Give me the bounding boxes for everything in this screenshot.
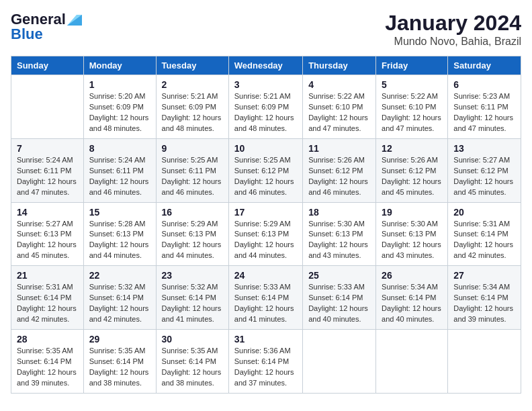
calendar-cell — [448, 330, 521, 394]
day-number: 18 — [308, 207, 370, 218]
day-number: 26 — [382, 270, 442, 281]
calendar-cell: 14Sunrise: 5:27 AMSunset: 6:13 PMDayligh… — [11, 202, 84, 266]
calendar-cell: 3Sunrise: 5:21 AMSunset: 6:09 PMDaylight… — [228, 75, 302, 139]
calendar-cell: 18Sunrise: 5:30 AMSunset: 6:13 PMDayligh… — [303, 202, 376, 266]
calendar-cell: 24Sunrise: 5:33 AMSunset: 6:14 PMDayligh… — [228, 266, 302, 330]
day-info: Sunrise: 5:21 AMSunset: 6:09 PMDaylight:… — [162, 91, 223, 134]
svg-marker-1 — [67, 15, 82, 26]
day-number: 4 — [308, 79, 370, 90]
day-info: Sunrise: 5:26 AMSunset: 6:12 PMDaylight:… — [308, 155, 370, 198]
day-number: 10 — [234, 143, 297, 154]
day-info: Sunrise: 5:26 AMSunset: 6:12 PMDaylight:… — [382, 155, 442, 198]
location-subtitle: Mundo Novo, Bahia, Brazil — [385, 36, 521, 48]
calendar-cell: 27Sunrise: 5:34 AMSunset: 6:14 PMDayligh… — [448, 266, 521, 330]
day-number: 29 — [89, 334, 150, 345]
calendar-week-row: 7Sunrise: 5:24 AMSunset: 6:11 PMDaylight… — [11, 138, 521, 202]
day-number: 24 — [234, 270, 297, 281]
day-number: 21 — [17, 270, 78, 281]
calendar-cell: 15Sunrise: 5:28 AMSunset: 6:13 PMDayligh… — [83, 202, 156, 266]
day-number: 17 — [234, 207, 297, 218]
day-number: 30 — [162, 334, 223, 345]
calendar-cell: 17Sunrise: 5:29 AMSunset: 6:13 PMDayligh… — [228, 202, 302, 266]
calendar-cell: 28Sunrise: 5:35 AMSunset: 6:14 PMDayligh… — [11, 330, 84, 394]
day-info: Sunrise: 5:32 AMSunset: 6:14 PMDaylight:… — [162, 282, 223, 325]
calendar-day-header: Thursday — [303, 56, 376, 75]
day-info: Sunrise: 5:22 AMSunset: 6:10 PMDaylight:… — [308, 91, 370, 134]
day-number: 31 — [234, 334, 297, 345]
logo-blue: Blue — [11, 26, 43, 43]
calendar-cell: 2Sunrise: 5:21 AMSunset: 6:09 PMDaylight… — [156, 75, 228, 139]
calendar-day-header: Monday — [83, 56, 156, 75]
calendar-week-row: 21Sunrise: 5:31 AMSunset: 6:14 PMDayligh… — [11, 266, 521, 330]
day-number: 5 — [382, 79, 442, 90]
calendar-week-row: 28Sunrise: 5:35 AMSunset: 6:14 PMDayligh… — [11, 330, 521, 394]
calendar-cell — [11, 75, 84, 139]
day-info: Sunrise: 5:33 AMSunset: 6:14 PMDaylight:… — [308, 282, 370, 325]
day-number: 25 — [308, 270, 370, 281]
calendar-day-header: Saturday — [448, 56, 521, 75]
day-info: Sunrise: 5:35 AMSunset: 6:14 PMDaylight:… — [162, 346, 223, 389]
calendar-day-header: Friday — [376, 56, 448, 75]
calendar-cell: 16Sunrise: 5:29 AMSunset: 6:13 PMDayligh… — [156, 202, 228, 266]
calendar-cell: 25Sunrise: 5:33 AMSunset: 6:14 PMDayligh… — [303, 266, 376, 330]
calendar-cell: 23Sunrise: 5:32 AMSunset: 6:14 PMDayligh… — [156, 266, 228, 330]
calendar-cell: 13Sunrise: 5:27 AMSunset: 6:12 PMDayligh… — [448, 138, 521, 202]
day-info: Sunrise: 5:29 AMSunset: 6:13 PMDaylight:… — [234, 219, 297, 262]
calendar-week-row: 1Sunrise: 5:20 AMSunset: 6:09 PMDaylight… — [11, 75, 521, 139]
day-info: Sunrise: 5:35 AMSunset: 6:14 PMDaylight:… — [89, 346, 150, 389]
day-number: 22 — [89, 270, 150, 281]
month-title: January 2024 — [385, 11, 521, 36]
day-info: Sunrise: 5:21 AMSunset: 6:09 PMDaylight:… — [234, 91, 297, 134]
day-info: Sunrise: 5:25 AMSunset: 6:11 PMDaylight:… — [162, 155, 223, 198]
day-info: Sunrise: 5:24 AMSunset: 6:11 PMDaylight:… — [89, 155, 150, 198]
calendar-day-header: Wednesday — [228, 56, 302, 75]
day-info: Sunrise: 5:24 AMSunset: 6:11 PMDaylight:… — [17, 155, 78, 198]
calendar-cell: 4Sunrise: 5:22 AMSunset: 6:10 PMDaylight… — [303, 75, 376, 139]
day-number: 1 — [89, 79, 150, 90]
calendar-cell: 1Sunrise: 5:20 AMSunset: 6:09 PMDaylight… — [83, 75, 156, 139]
day-info: Sunrise: 5:28 AMSunset: 6:13 PMDaylight:… — [89, 219, 150, 262]
day-number: 3 — [234, 79, 297, 90]
day-number: 16 — [162, 207, 223, 218]
calendar-header-row: SundayMondayTuesdayWednesdayThursdayFrid… — [11, 56, 521, 75]
day-info: Sunrise: 5:22 AMSunset: 6:10 PMDaylight:… — [382, 91, 442, 134]
calendar-cell: 9Sunrise: 5:25 AMSunset: 6:11 PMDaylight… — [156, 138, 228, 202]
header: General Blue January 2024 Mundo Novo, Ba… — [11, 11, 521, 48]
logo: General Blue — [11, 11, 82, 43]
day-info: Sunrise: 5:29 AMSunset: 6:13 PMDaylight:… — [162, 219, 223, 262]
day-info: Sunrise: 5:27 AMSunset: 6:13 PMDaylight:… — [17, 219, 78, 262]
day-info: Sunrise: 5:36 AMSunset: 6:14 PMDaylight:… — [234, 346, 297, 389]
day-info: Sunrise: 5:33 AMSunset: 6:14 PMDaylight:… — [234, 282, 297, 325]
calendar-cell: 31Sunrise: 5:36 AMSunset: 6:14 PMDayligh… — [228, 330, 302, 394]
calendar-cell: 20Sunrise: 5:31 AMSunset: 6:14 PMDayligh… — [448, 202, 521, 266]
day-number: 2 — [162, 79, 223, 90]
day-info: Sunrise: 5:31 AMSunset: 6:14 PMDaylight:… — [17, 282, 78, 325]
calendar-table: SundayMondayTuesdayWednesdayThursdayFrid… — [11, 56, 521, 394]
day-number: 8 — [89, 143, 150, 154]
day-info: Sunrise: 5:20 AMSunset: 6:09 PMDaylight:… — [89, 91, 150, 134]
calendar-cell: 26Sunrise: 5:34 AMSunset: 6:14 PMDayligh… — [376, 266, 448, 330]
day-info: Sunrise: 5:34 AMSunset: 6:14 PMDaylight:… — [382, 282, 442, 325]
day-info: Sunrise: 5:35 AMSunset: 6:14 PMDaylight:… — [17, 346, 78, 389]
day-number: 23 — [162, 270, 223, 281]
calendar-cell: 19Sunrise: 5:30 AMSunset: 6:13 PMDayligh… — [376, 202, 448, 266]
day-info: Sunrise: 5:30 AMSunset: 6:13 PMDaylight:… — [382, 219, 442, 262]
day-info: Sunrise: 5:31 AMSunset: 6:14 PMDaylight:… — [453, 219, 515, 262]
day-number: 19 — [382, 207, 442, 218]
day-number: 27 — [453, 270, 515, 281]
day-number: 9 — [162, 143, 223, 154]
day-number: 7 — [17, 143, 78, 154]
day-number: 14 — [17, 207, 78, 218]
day-info: Sunrise: 5:32 AMSunset: 6:14 PMDaylight:… — [89, 282, 150, 325]
day-number: 20 — [453, 207, 515, 218]
day-number: 13 — [453, 143, 515, 154]
logo-icon — [67, 15, 82, 26]
day-info: Sunrise: 5:34 AMSunset: 6:14 PMDaylight:… — [453, 282, 515, 325]
day-info: Sunrise: 5:25 AMSunset: 6:12 PMDaylight:… — [234, 155, 297, 198]
day-number: 28 — [17, 334, 78, 345]
title-area: January 2024 Mundo Novo, Bahia, Brazil — [385, 11, 521, 48]
calendar-cell: 12Sunrise: 5:26 AMSunset: 6:12 PMDayligh… — [376, 138, 448, 202]
calendar-cell — [376, 330, 448, 394]
calendar-cell: 10Sunrise: 5:25 AMSunset: 6:12 PMDayligh… — [228, 138, 302, 202]
calendar-cell: 21Sunrise: 5:31 AMSunset: 6:14 PMDayligh… — [11, 266, 84, 330]
